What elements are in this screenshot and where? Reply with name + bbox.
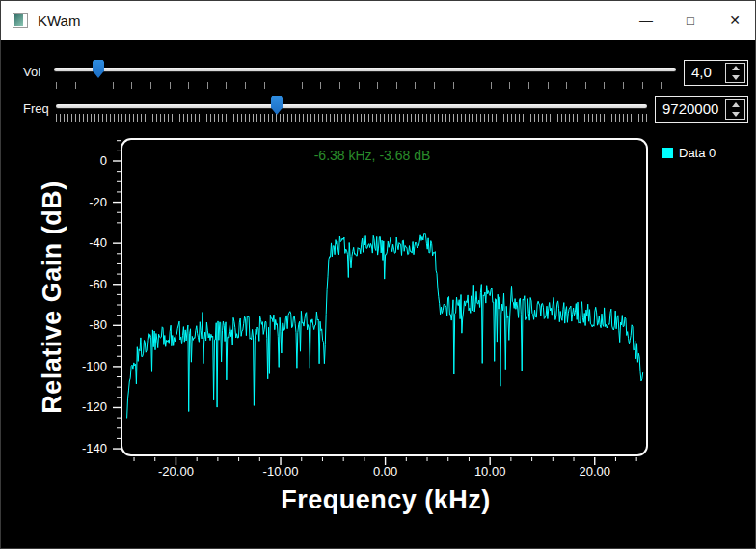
x-tick-label: 10.00 [474,464,506,479]
spectrum-plot[interactable] [102,134,662,474]
vol-spin-up-button[interactable] [726,64,744,73]
vol-value[interactable]: 4,0 [685,61,725,85]
spin-up-icon [732,66,740,70]
vol-slider-track[interactable] [54,68,676,71]
vol-label: Vol [23,65,40,79]
app-window: KWam — □ ✕ Vol 4,0 Freq 9720000 [0,0,756,549]
spin-down-icon [732,75,740,80]
freq-value[interactable]: 9720000 [656,97,725,122]
spin-up-icon [732,102,740,107]
freq-label: Freq [23,101,49,116]
y-tick-label: -140 [59,441,107,455]
y-axis-title: Relative Gain (dB) [38,180,68,414]
cursor-annotation: -6.38 kHz, -3.68 dB [314,148,431,163]
freq-spinbox[interactable]: 9720000 [655,96,748,123]
maximize-icon: □ [687,14,694,28]
plot-container: -20.00-10.000.0010.0020.000-20-40-60-80-… [102,134,662,474]
legend-label: Data 0 [679,146,716,160]
window-controls: — □ ✕ [624,1,756,40]
freq-slider-track[interactable] [56,104,647,108]
vol-slider-ticks [56,82,676,89]
window-title: KWam [38,13,80,29]
minimize-button[interactable]: — [624,1,668,40]
x-tick-label: -10.00 [263,464,299,479]
vol-spin-arrows [725,63,745,83]
freq-slider-handle[interactable] [271,96,283,115]
close-button[interactable]: ✕ [713,1,756,40]
freq-slider-ticks [56,114,649,122]
vol-spin-down-button[interactable] [726,73,744,83]
x-tick-label: 20.00 [579,464,610,479]
maximize-button[interactable]: □ [668,1,713,40]
y-tick-label: -60 [59,277,107,291]
vol-spinbox[interactable]: 4,0 [684,60,748,86]
legend: Data 0 [662,146,716,160]
y-tick-label: -40 [59,235,107,250]
x-tick-label: 0.00 [373,464,397,479]
x-axis-title: Frequency (kHz) [281,485,491,515]
y-tick-label: -80 [59,317,107,332]
vol-slider-handle[interactable] [93,60,104,78]
minimize-icon: — [639,13,653,28]
y-tick-label: -120 [59,399,107,414]
legend-swatch-icon [662,148,673,158]
spin-down-icon [732,112,740,117]
freq-spin-arrows [725,99,745,120]
title-bar: KWam — □ ✕ [1,1,756,40]
app-icon [13,13,28,28]
x-tick-label: -20.00 [158,464,194,479]
freq-spin-down-button[interactable] [726,110,744,120]
close-icon: ✕ [729,13,741,28]
y-tick-label: -100 [59,359,107,373]
freq-spin-up-button[interactable] [726,100,744,110]
y-tick-label: -20 [59,195,107,209]
y-tick-label: 0 [59,153,107,168]
